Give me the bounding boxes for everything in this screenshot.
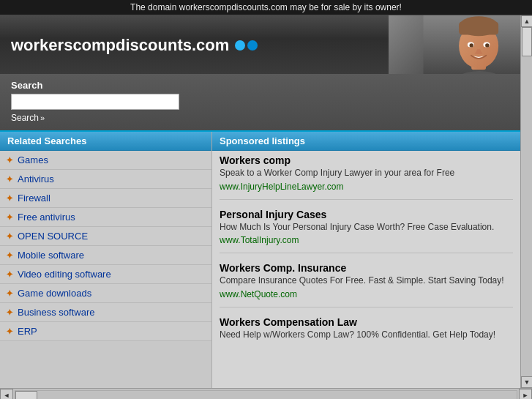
scroll-track [521, 27, 532, 376]
sponsored-title[interactable]: Personal Injury Cases [220, 209, 513, 220]
scroll-right-button[interactable]: ► [519, 389, 532, 400]
sponsored-listings-header: Sponsored listings [212, 132, 520, 151]
list-arrow-icon: ✦ [6, 212, 13, 223]
scroll-down-button[interactable]: ▼ [521, 376, 532, 388]
logo-text: workerscompdiscounts.com [11, 36, 229, 55]
sponsored-desc: Need Help w/Workers Comp Law? 100% Confi… [220, 329, 513, 341]
scroll-left-button[interactable]: ◄ [0, 389, 13, 400]
sponsored-title[interactable]: Workers Comp. Insurance [220, 262, 513, 274]
svg-point-9 [485, 43, 489, 47]
search-button[interactable]: Search » [11, 113, 45, 123]
related-link[interactable]: Video editing software [18, 269, 111, 280]
header: workerscompdiscounts.com [0, 15, 520, 74]
list-item[interactable]: ✦Games [0, 151, 211, 170]
sponsored-desc: How Much Is Your Personal Injury Case Wo… [220, 222, 513, 234]
related-link[interactable]: OPEN SOURCE [18, 231, 88, 242]
list-item[interactable]: ✦Business software [0, 303, 211, 322]
sponsored-url[interactable]: www.TotalInjury.com [220, 235, 299, 245]
related-link[interactable]: Business software [18, 307, 95, 318]
list-arrow-icon: ✦ [6, 269, 13, 280]
related-link[interactable]: Firewall [18, 193, 50, 204]
person-svg [418, 15, 520, 74]
svg-point-8 [470, 43, 473, 47]
list-item[interactable]: ✦Free antivirus [0, 208, 211, 227]
horizontal-scrollbar: ◄ ► [0, 388, 532, 399]
list-item[interactable]: ✦OPEN SOURCE [0, 227, 211, 246]
sponsored-desc: Compare Insurance Quotes For Free. Fast … [220, 275, 513, 287]
search-arrows-icon: » [40, 113, 45, 122]
search-button-label: Search [11, 113, 39, 123]
logo-area: workerscompdiscounts.com [11, 36, 258, 55]
list-arrow-icon: ✦ [6, 250, 13, 261]
logo-icon [235, 40, 258, 51]
search-input[interactable] [11, 94, 179, 110]
content-area: Related Searches ✦Games✦Antivirus✦Firewa… [0, 132, 520, 388]
related-link[interactable]: Games [18, 154, 48, 165]
list-arrow-icon: ✦ [6, 155, 13, 165]
notification-text: The domain workerscompdiscounts.com may … [130, 2, 402, 12]
svg-rect-5 [459, 22, 498, 35]
logo-dot-2 [247, 40, 258, 51]
related-link[interactable]: ERP [18, 326, 37, 337]
horizontal-scroll-thumb[interactable] [15, 391, 37, 400]
sponsored-item: Workers Comp. InsuranceCompare Insurance… [220, 262, 513, 307]
logo-dot-1 [235, 40, 245, 51]
related-link[interactable]: Antivirus [18, 174, 54, 184]
sponsored-item: Personal Injury CasesHow Much Is Your Pe… [220, 209, 513, 254]
sponsored-listings-panel: Sponsored listings Workers compSpeak to … [212, 132, 520, 388]
related-link[interactable]: Game downloads [18, 288, 91, 299]
sponsored-title[interactable]: Workers Compensation Law [220, 316, 513, 328]
list-arrow-icon: ✦ [6, 307, 13, 318]
main-wrapper: workerscompdiscounts.com [0, 15, 532, 399]
header-left: workerscompdiscounts.com [11, 36, 258, 55]
list-item[interactable]: ✦Game downloads [0, 284, 211, 303]
sponsored-title[interactable]: Workers comp [220, 154, 513, 166]
list-arrow-icon: ✦ [6, 193, 13, 204]
list-arrow-icon: ✦ [6, 288, 13, 299]
scroll-up-button[interactable]: ▲ [521, 15, 532, 27]
list-arrow-icon: ✦ [6, 231, 13, 242]
sponsored-desc: Speak to a Worker Comp Injury Lawyer in … [220, 168, 513, 179]
list-item[interactable]: ✦Video editing software [0, 265, 211, 284]
sponsored-url[interactable]: www.InjuryHelpLineLawyer.com [220, 182, 343, 192]
related-link[interactable]: Mobile software [18, 250, 84, 261]
related-searches-list: ✦Games✦Antivirus✦Firewall✦Free antivirus… [0, 151, 211, 388]
vertical-scrollbar: ▲ ▼ [520, 15, 532, 388]
related-searches-panel: Related Searches ✦Games✦Antivirus✦Firewa… [0, 132, 212, 388]
list-arrow-icon: ✦ [6, 174, 13, 184]
notification-bar: The domain workerscompdiscounts.com may … [0, 0, 532, 15]
sponsored-listings-list: Workers compSpeak to a Worker Comp Injur… [212, 151, 520, 388]
related-link[interactable]: Free antivirus [18, 212, 75, 223]
scroll-thumb[interactable] [522, 27, 532, 56]
list-arrow-icon: ✦ [6, 327, 13, 337]
search-label: Search [11, 80, 509, 91]
sponsored-url[interactable]: www.NetQuote.com [220, 289, 297, 299]
related-searches-header: Related Searches [0, 132, 211, 151]
list-item[interactable]: ✦Mobile software [0, 246, 211, 265]
horizontal-scroll-track [15, 390, 517, 400]
search-section: Search Search » [0, 74, 520, 132]
list-item[interactable]: ✦ERP [0, 322, 211, 341]
list-item[interactable]: ✦Firewall [0, 189, 211, 208]
list-item[interactable]: ✦Antivirus [0, 170, 211, 189]
sponsored-item: Workers compSpeak to a Worker Comp Injur… [220, 154, 513, 200]
sponsored-item: Workers Compensation LawNeed Help w/Work… [220, 316, 513, 350]
header-person-image [389, 15, 520, 74]
